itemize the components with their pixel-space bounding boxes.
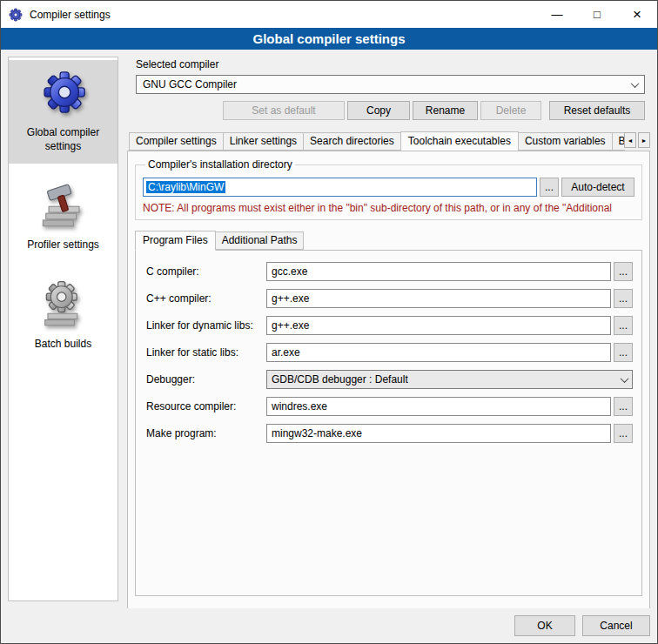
set-as-default-button: Set as default [223, 101, 345, 120]
browse-button[interactable]: ... [614, 289, 633, 308]
toolchain-executables-panel: Compiler's installation directory C:\ray… [127, 151, 650, 611]
cpp-compiler-label: C++ compiler: [146, 292, 266, 305]
minimize-button[interactable]: — [537, 1, 577, 28]
chevron-down-icon [631, 79, 640, 88]
sidebar-item-label: Profiler settings [27, 238, 99, 252]
tab-toolchain-executables[interactable]: Toolchain executables [400, 131, 519, 151]
browse-button[interactable]: ... [614, 424, 633, 443]
cancel-button[interactable]: Cancel [582, 615, 650, 636]
bin-subdirectory-note: NOTE: All programs must exist either in … [143, 202, 634, 214]
dynamic-linker-value: g++.exe [272, 319, 309, 332]
tab-scroll-left-button[interactable]: ◄ [624, 132, 636, 148]
install-dir-input[interactable]: C:\raylib\MinGW [143, 178, 537, 197]
ok-button[interactable]: OK [514, 615, 575, 636]
make-program-value: mingw32-make.exe [272, 427, 362, 439]
c-compiler-input[interactable]: gcc.exe [266, 262, 611, 281]
form-row-debugger: Debugger: GDB/CDB debugger : Default [146, 370, 633, 389]
dialog-header: Global compiler settings [1, 28, 657, 50]
c-compiler-label: C compiler: [146, 265, 266, 278]
make-program-input[interactable]: mingw32-make.exe [266, 424, 611, 443]
auto-detect-button[interactable]: Auto-detect [561, 178, 634, 197]
settings-tabstrip: Compiler settings Linker settings Search… [127, 131, 650, 151]
form-row-resource-compiler: Resource compiler: windres.exe ... [146, 397, 633, 416]
minimize-icon: — [552, 8, 563, 21]
browse-button[interactable]: ... [614, 343, 633, 362]
debugger-label: Debugger: [146, 373, 266, 386]
tab-search-directories[interactable]: Search directories [303, 132, 401, 151]
maximize-icon: □ [594, 8, 601, 21]
main-panel: Selected compiler GNU GCC Compiler Set a… [127, 57, 650, 611]
form-row-c-compiler: C compiler: gcc.exe ... [146, 262, 633, 281]
resource-compiler-value: windres.exe [272, 400, 327, 413]
form-row-cpp-compiler: C++ compiler: g++.exe ... [146, 289, 633, 308]
delete-button: Delete [480, 101, 541, 120]
sidebar-item-profiler-settings[interactable]: Profiler settings [9, 172, 118, 263]
tab-compiler-settings[interactable]: Compiler settings [129, 132, 224, 151]
subtab-additional-paths[interactable]: Additional Paths [215, 231, 305, 250]
close-icon: × [633, 6, 641, 23]
sidebar-item-global-compiler-settings[interactable]: Global compiler settings [9, 60, 118, 164]
category-sidebar: Global compiler settings Profiler settin… [8, 57, 118, 601]
form-row-static-linker: Linker for static libs: ar.exe ... [146, 343, 633, 362]
compiler-combobox[interactable]: GNU GCC Compiler [136, 75, 645, 94]
tab-scroll-arrows: ◄ ► [624, 132, 650, 148]
close-button[interactable]: × [617, 1, 657, 28]
caption-buttons: — □ × [537, 1, 657, 28]
installation-directory-groupbox: Compiler's installation directory C:\ray… [135, 158, 642, 220]
rename-button[interactable]: Rename [413, 101, 478, 120]
copy-button[interactable]: Copy [347, 101, 410, 120]
sidebar-item-label: Batch builds [35, 338, 91, 352]
make-program-label: Make program: [146, 427, 266, 439]
dynamic-linker-input[interactable]: g++.exe [266, 316, 611, 335]
browse-install-dir-button[interactable]: ... [540, 178, 559, 197]
c-compiler-value: gcc.exe [272, 265, 307, 278]
browse-button[interactable]: ... [614, 397, 633, 416]
window-title: Compiler settings [30, 9, 111, 21]
gear-gray-icon [40, 280, 87, 330]
resource-compiler-input[interactable]: windres.exe [266, 397, 611, 416]
tab-linker-settings[interactable]: Linker settings [223, 132, 304, 151]
maximize-button[interactable]: □ [577, 1, 617, 28]
cpp-compiler-value: g++.exe [272, 292, 309, 305]
browse-button[interactable]: ... [614, 262, 633, 281]
debugger-value: GDB/CDB debugger : Default [272, 373, 408, 386]
form-row-dynamic-linker: Linker for dynamic libs: g++.exe ... [146, 316, 633, 335]
program-files-panel: C compiler: gcc.exe ... C++ compiler: g+… [135, 250, 642, 596]
tab-custom-variables[interactable]: Custom variables [518, 132, 613, 151]
form-row-make-program: Make program: mingw32-make.exe ... [146, 424, 633, 443]
tab-scroll-right-button[interactable]: ► [638, 132, 650, 148]
selected-compiler-label: Selected compiler [136, 58, 650, 70]
installation-directory-legend: Compiler's installation directory [145, 158, 295, 171]
cpp-compiler-input[interactable]: g++.exe [266, 289, 611, 308]
tab-build-options[interactable]: Buil [612, 132, 625, 151]
installation-directory-row: C:\raylib\MinGW ... Auto-detect [143, 178, 634, 197]
profiler-tool-icon [40, 181, 87, 231]
browse-button[interactable]: ... [614, 316, 633, 335]
debugger-combobox[interactable]: GDB/CDB debugger : Default [266, 370, 633, 389]
static-linker-label: Linker for static libs: [146, 346, 266, 359]
compiler-combobox-value: GNU GCC Compiler [143, 78, 237, 91]
dialog-footer: OK Cancel [1, 608, 657, 643]
arrow-right-icon: ► [641, 138, 648, 144]
sidebar-item-label: Global compiler settings [12, 126, 114, 153]
sidebar-item-batch-builds[interactable]: Batch builds [9, 272, 118, 362]
titlebar: Compiler settings — □ × [1, 1, 657, 28]
program-files-tabstrip: Program Files Additional Paths [135, 231, 649, 250]
static-linker-value: ar.exe [272, 346, 300, 359]
subtab-program-files[interactable]: Program Files [135, 231, 216, 251]
arrow-left-icon: ◄ [628, 138, 634, 144]
chevron-down-icon [621, 374, 629, 383]
app-icon [9, 8, 23, 22]
tabs-clip: Compiler settings Linker settings Search… [129, 131, 625, 151]
compiler-button-row: Set as default Copy Rename Delete Reset … [136, 101, 645, 120]
gear-blue-icon [38, 69, 89, 118]
dynamic-linker-label: Linker for dynamic libs: [146, 319, 266, 332]
compiler-settings-window: Compiler settings — □ × Global compiler … [0, 0, 658, 644]
static-linker-input[interactable]: ar.exe [266, 343, 611, 362]
install-dir-selected-text: C:\raylib\MinGW [146, 181, 225, 193]
reset-defaults-button[interactable]: Reset defaults [549, 101, 645, 120]
resource-compiler-label: Resource compiler: [146, 400, 266, 413]
